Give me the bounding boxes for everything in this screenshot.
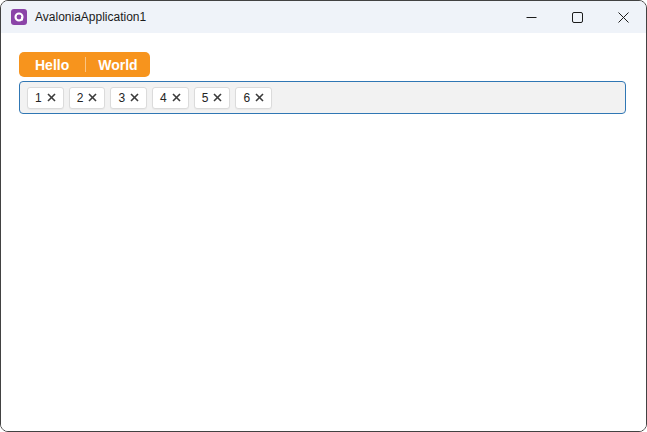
chip-2-label: 2: [77, 91, 84, 105]
tab-hello-label: Hello: [35, 57, 69, 73]
close-icon: [172, 93, 181, 102]
chip-input-box[interactable]: 1 2 3 4 5 6: [19, 81, 626, 114]
tab-hello[interactable]: Hello: [19, 52, 85, 77]
window-controls: [508, 1, 646, 33]
chip-4: 4: [152, 87, 189, 109]
chip-3: 3: [110, 87, 147, 109]
close-icon: [47, 93, 56, 102]
chip-1: 1: [27, 87, 64, 109]
chip-4-remove-button[interactable]: [172, 93, 181, 102]
close-icon: [255, 93, 264, 102]
tab-world[interactable]: World: [86, 52, 149, 77]
app-window: AvaloniaApplication1: [0, 0, 647, 432]
chip-3-label: 3: [118, 91, 125, 105]
main-content: Hello World 1 2 3 4: [1, 33, 646, 431]
titlebar[interactable]: AvaloniaApplication1: [1, 1, 646, 33]
chip-2-remove-button[interactable]: [88, 93, 97, 102]
close-icon: [130, 93, 139, 102]
avalonia-logo-icon: [11, 9, 27, 25]
chip-5: 5: [194, 87, 231, 109]
chip-3-remove-button[interactable]: [130, 93, 139, 102]
chip-4-label: 4: [160, 91, 167, 105]
window-title: AvaloniaApplication1: [35, 10, 146, 24]
chip-2: 2: [69, 87, 106, 109]
chip-5-label: 5: [202, 91, 209, 105]
chip-1-remove-button[interactable]: [47, 93, 56, 102]
chip-6-label: 6: [243, 91, 250, 105]
tab-world-label: World: [98, 57, 137, 73]
chip-1-label: 1: [35, 91, 42, 105]
tab-bar: Hello World: [19, 52, 150, 77]
chip-6: 6: [235, 87, 272, 109]
maximize-icon: [572, 12, 583, 23]
maximize-button[interactable]: [554, 1, 600, 33]
minimize-icon: [526, 12, 537, 23]
minimize-button[interactable]: [508, 1, 554, 33]
chip-6-remove-button[interactable]: [255, 93, 264, 102]
chip-5-remove-button[interactable]: [213, 93, 222, 102]
close-icon: [88, 93, 97, 102]
close-icon: [618, 12, 629, 23]
close-button[interactable]: [600, 1, 646, 33]
close-icon: [213, 93, 222, 102]
